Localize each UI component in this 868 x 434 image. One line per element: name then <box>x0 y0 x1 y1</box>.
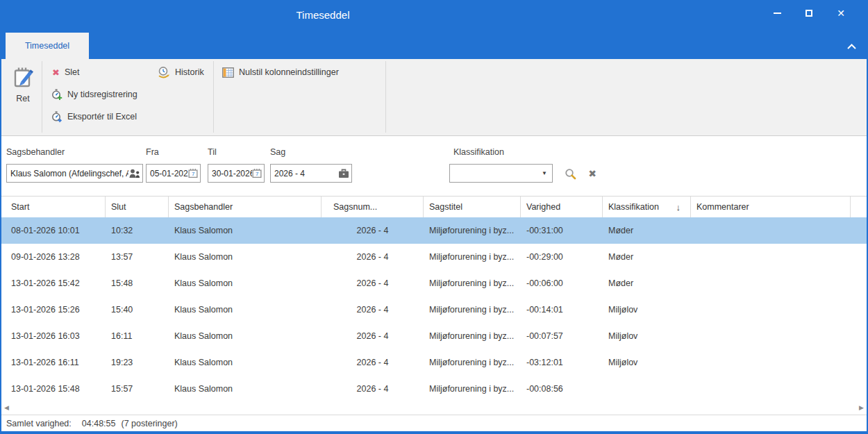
status-total-value: 04:48:55 <box>82 419 116 428</box>
close-button[interactable]: ✕ <box>825 4 857 22</box>
sag-value: 2026 - 4 <box>274 169 338 178</box>
table-row[interactable]: 13-01-2026 15:42 15:48 Klaus Salomon 202… <box>1 270 867 297</box>
column-header-sagsbehandler[interactable]: Sagsbehandler <box>169 197 322 217</box>
cell-kommentarer <box>691 270 851 297</box>
minimize-icon <box>774 12 781 14</box>
column-header-filler <box>851 197 867 217</box>
ribbon-tab-row: Timeseddel <box>1 33 867 59</box>
cell-sagsnummer: 2026 - 4 <box>322 376 424 402</box>
cell-sagsbehandler: Klaus Salomon <box>169 217 322 244</box>
cell-slut: 15:40 <box>106 297 169 323</box>
ny-tidsregistrering-label: Ny tidsregistrering <box>67 90 137 99</box>
app-window: Timeseddel ✕ Timeseddel Ret <box>0 0 868 434</box>
slet-button[interactable]: ✖ Slet <box>52 65 79 80</box>
delete-x-icon: ✖ <box>52 68 60 77</box>
cell-sagsnummer: 2026 - 4 <box>322 270 424 297</box>
ny-tidsregistrering-button[interactable]: Ny tidsregistrering <box>51 87 137 102</box>
column-header-klassifikation[interactable]: Klassifikation ↓ <box>603 197 691 217</box>
sag-label: Sag <box>270 147 285 157</box>
maximize-button[interactable] <box>793 4 825 22</box>
klassifikation-dropdown[interactable]: ▼ <box>449 164 553 183</box>
filter-bar: Sagsbehandler Klaus Salomon (Afdelingsch… <box>1 136 867 196</box>
cell-varighed: -00:07:57 <box>521 323 603 349</box>
ret-button-label: Ret <box>16 94 29 103</box>
cell-kommentarer <box>691 349 851 376</box>
ret-button[interactable]: Ret <box>6 62 40 133</box>
historik-button[interactable]: Historik <box>157 65 204 80</box>
column-header-klassifikation-label: Klassifikation <box>608 202 659 212</box>
titlebar: Timeseddel ✕ <box>1 0 867 33</box>
horizontal-scrollbar[interactable]: ◀ ▶ <box>1 402 867 415</box>
til-date-field[interactable]: 30-01-2026 7 <box>208 164 265 183</box>
table-header-row: Start Slut Sagsbehandler Sagsnum... Sags… <box>1 196 867 217</box>
column-header-sagstitel[interactable]: Sagstitel <box>424 197 521 217</box>
cell-slut: 10:32 <box>106 217 169 244</box>
til-label: Til <box>208 147 217 157</box>
scroll-right-icon[interactable]: ▶ <box>859 404 864 411</box>
collapse-ribbon-button[interactable] <box>842 38 861 55</box>
history-clock-icon <box>157 66 170 78</box>
cell-start: 13-01-2026 15:26 <box>6 297 106 323</box>
cell-slut: 16:11 <box>106 323 169 349</box>
sagsbehandler-field[interactable]: Klaus Salomon (Afdelingschef, A <box>6 164 143 183</box>
cell-varighed: -00:06:00 <box>521 270 603 297</box>
cell-sagsbehandler: Klaus Salomon <box>169 323 322 349</box>
scroll-left-icon[interactable]: ◀ <box>4 404 9 411</box>
cell-start: 13-01-2026 16:11 <box>6 349 106 376</box>
column-header-slut[interactable]: Slut <box>106 197 169 217</box>
table-row[interactable]: 13-01-2026 15:48 15:57 Klaus Salomon 202… <box>1 376 867 402</box>
cell-kommentarer <box>691 323 851 349</box>
clear-filter-button[interactable]: ✖ <box>585 167 600 181</box>
stopwatch-export-icon <box>51 111 62 123</box>
cell-sagsnummer: 2026 - 4 <box>322 297 424 323</box>
cell-sagstitel: Miljøforurening i byz... <box>424 323 521 349</box>
table-row[interactable]: 13-01-2026 16:03 16:11 Klaus Salomon 202… <box>1 323 867 349</box>
eksporter-til-excel-button[interactable]: Eksportér til Excel <box>51 109 137 124</box>
people-icon[interactable] <box>128 169 140 178</box>
svg-text:7: 7 <box>256 171 258 177</box>
calendar-icon[interactable]: 7 <box>252 168 262 178</box>
cell-kommentarer <box>691 244 851 270</box>
column-header-kommentarer[interactable]: Kommentarer <box>691 197 851 217</box>
column-header-varighed[interactable]: Varighed <box>521 197 603 217</box>
minimize-button[interactable] <box>761 4 793 22</box>
cell-sagstitel: Miljøforurening i byz... <box>424 349 521 376</box>
cell-slut: 19:23 <box>106 349 169 376</box>
tab-timeseddel[interactable]: Timeseddel <box>6 33 89 59</box>
status-entry-count: (7 posteringer) <box>121 419 177 428</box>
calendar-icon[interactable]: 7 <box>188 168 198 178</box>
table-row[interactable]: 09-01-2026 13:28 13:57 Klaus Salomon 202… <box>1 244 867 270</box>
clear-x-icon: ✖ <box>588 169 596 178</box>
reset-columns-grid-icon <box>222 67 234 78</box>
status-total-label: Samlet varighed: <box>6 419 72 428</box>
cell-klassifikation: Møder <box>603 244 691 270</box>
cell-sagsbehandler: Klaus Salomon <box>169 376 322 402</box>
column-header-sagsnummer[interactable]: Sagsnum... <box>322 197 424 217</box>
table-row-selected[interactable]: 08-01-2026 10:01 10:32 Klaus Salomon 202… <box>1 217 867 244</box>
cell-klassifikation: Møder <box>603 217 691 244</box>
cell-sagstitel: Miljøforurening i byz... <box>424 270 521 297</box>
column-header-start[interactable]: Start <box>6 197 106 217</box>
fra-date-field[interactable]: 05-01-2026 7 <box>146 164 201 183</box>
tab-label: Timeseddel <box>25 41 69 51</box>
cell-kommentarer <box>691 297 851 323</box>
table-row[interactable]: 13-01-2026 16:11 19:23 Klaus Salomon 202… <box>1 349 867 376</box>
sag-field[interactable]: 2026 - 4 <box>270 164 352 183</box>
klassifikation-label: Klassifikation <box>453 147 504 157</box>
cell-varighed: -03:12:01 <box>521 349 603 376</box>
ribbon-separator <box>385 61 386 133</box>
search-button[interactable] <box>562 167 578 181</box>
eksporter-til-excel-label: Eksportér til Excel <box>67 112 137 122</box>
cell-start: 13-01-2026 15:48 <box>6 376 106 402</box>
cell-sagsbehandler: Klaus Salomon <box>169 270 322 297</box>
briefcase-icon[interactable] <box>338 169 349 178</box>
nulstil-kolonneindstillinger-button[interactable]: Nulstil kolonneindstillinger <box>222 65 339 80</box>
sagsbehandler-value: Klaus Salomon (Afdelingschef, A <box>10 169 128 178</box>
window-title: Timeseddel <box>285 9 361 21</box>
cell-sagsnummer: 2026 - 4 <box>322 349 424 376</box>
ribbon-separator <box>213 61 214 133</box>
fra-date-value: 05-01-2026 <box>150 169 188 178</box>
svg-text:7: 7 <box>192 171 194 177</box>
table-row[interactable]: 13-01-2026 15:26 15:40 Klaus Salomon 202… <box>1 297 867 323</box>
nulstil-kolonneindstillinger-label: Nulstil kolonneindstillinger <box>239 67 339 77</box>
